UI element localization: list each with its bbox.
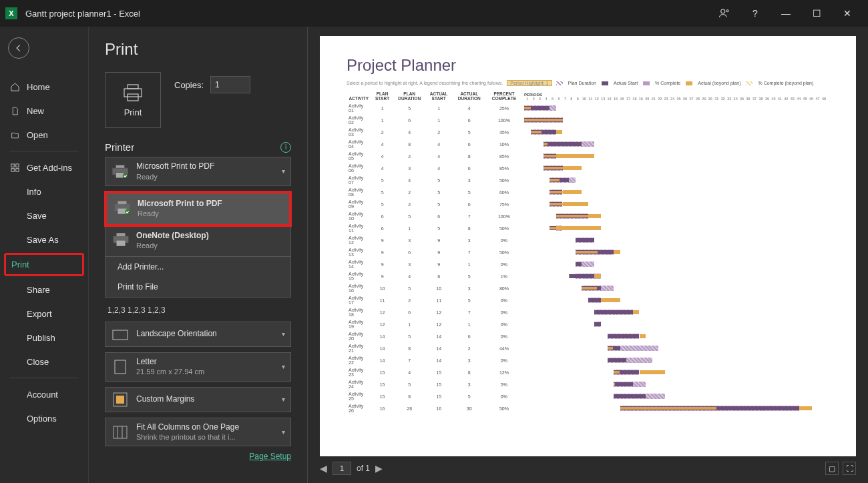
nav-home[interactable]: Home: [0, 75, 88, 99]
page-setup-link[interactable]: Page Setup: [249, 452, 291, 461]
svg-rect-24: [114, 426, 127, 438]
addins-icon: [9, 162, 20, 173]
nav-addins[interactable]: Get Add-ins: [0, 155, 88, 179]
zoom-to-page-button[interactable]: ▢: [825, 462, 839, 475]
printer-option-ms-pdf[interactable]: Microsoft Print to PDFReady: [104, 191, 292, 227]
copies-input[interactable]: [210, 76, 250, 93]
paper-icon: [111, 359, 130, 375]
svg-rect-19: [117, 240, 126, 246]
next-page-button[interactable]: ▶: [375, 463, 383, 474]
excel-app-icon: X: [5, 7, 17, 19]
print-button[interactable]: Print: [105, 72, 161, 128]
nav-export[interactable]: Export: [0, 302, 88, 326]
printer-icon: [114, 201, 131, 217]
gantt-table: ACTIVITYPLAN STARTPLAN DURATIONACTUAL ST…: [347, 90, 829, 414]
svg-rect-6: [128, 85, 138, 89]
nav-close[interactable]: Close: [0, 350, 88, 374]
nav-publish[interactable]: Publish: [0, 326, 88, 350]
printer-menu: Microsoft Print to PDFReady OneNote (Des…: [105, 191, 291, 298]
printer-section-label: Printer i: [105, 141, 291, 153]
svg-rect-14: [118, 201, 127, 204]
printer-icon: [122, 83, 144, 102]
svg-rect-2: [11, 163, 13, 166]
chevron-down-icon: ▾: [282, 167, 285, 175]
titlebar: X Gantt project planner1 - Excel ? — ☐ ✕: [0, 0, 868, 27]
svg-rect-20: [113, 330, 128, 340]
page-number-input[interactable]: [333, 462, 351, 475]
copies-label: Copies:: [174, 80, 204, 90]
chevron-down-icon: ▾: [282, 428, 285, 436]
nav-saveas[interactable]: Save As: [0, 227, 88, 252]
svg-rect-5: [15, 168, 18, 171]
svg-point-0: [721, 9, 725, 13]
window-title: Gantt project planner1 - Excel: [25, 9, 140, 19]
printer-option-onenote[interactable]: OneNote (Desktop)Ready: [105, 225, 290, 256]
zoom-fit-button[interactable]: ⛶: [843, 462, 856, 475]
chevron-down-icon: ▾: [282, 396, 285, 403]
svg-rect-3: [15, 163, 18, 166]
svg-rect-21: [115, 360, 126, 374]
new-icon: [9, 105, 20, 116]
backstage-sidebar: Home New Open Get Add-ins Info Save Save…: [0, 27, 89, 483]
printer-icon: [112, 233, 130, 249]
nav-open[interactable]: Open: [0, 123, 88, 147]
orientation-icon: [111, 326, 130, 342]
open-icon: [9, 129, 20, 140]
svg-rect-8: [128, 94, 138, 101]
back-button[interactable]: [8, 37, 29, 59]
orientation-dropdown[interactable]: Landscape Orientation ▾: [105, 322, 291, 347]
printer-info-icon[interactable]: i: [280, 142, 291, 153]
chevron-down-icon: ▾: [282, 363, 285, 370]
preview-page: Project Planner Select a period to highl…: [320, 36, 856, 456]
margins-dropdown[interactable]: Custom Margins ▾: [105, 387, 291, 412]
chevron-down-icon: ▾: [282, 330, 285, 338]
page-total: of 1: [357, 464, 370, 473]
collated-preview: 1,2,3 1,2,3 1,2,3: [105, 303, 291, 322]
minimize-button[interactable]: —: [771, 0, 801, 27]
print-settings-panel: Print Print Copies: Printer i Microsoft …: [89, 27, 308, 483]
scaling-icon: [111, 424, 130, 440]
scaling-dropdown[interactable]: Fit All Columns on One PageShrink the pr…: [105, 418, 291, 447]
printer-dropdown[interactable]: Microsoft Print to PDFReady ▾: [105, 157, 291, 186]
svg-rect-4: [11, 168, 13, 171]
prev-page-button[interactable]: ◀: [320, 463, 327, 474]
svg-rect-18: [117, 233, 126, 236]
nav-options[interactable]: Options: [0, 406, 88, 430]
svg-rect-7: [124, 89, 142, 97]
svg-rect-10: [116, 165, 125, 168]
page-title: Print: [105, 40, 291, 59]
svg-point-1: [726, 10, 728, 12]
nav-info[interactable]: Info: [0, 179, 88, 203]
print-preview-area: Project Planner Select a period to highl…: [308, 27, 868, 483]
nav-share[interactable]: Share: [0, 278, 88, 302]
svg-rect-23: [116, 396, 124, 404]
preview-doc-title: Project Planner: [347, 56, 829, 75]
add-printer[interactable]: Add Printer...: [105, 257, 290, 277]
page-navigation: ◀ of 1 ▶: [320, 462, 383, 475]
user-account-icon[interactable]: [709, 0, 740, 27]
nav-save[interactable]: Save: [0, 203, 88, 227]
maximize-button[interactable]: ☐: [801, 0, 832, 27]
nav-account[interactable]: Account: [0, 382, 88, 406]
nav-new[interactable]: New: [0, 99, 88, 123]
home-icon: [9, 81, 20, 92]
close-button[interactable]: ✕: [832, 0, 863, 27]
print-to-file[interactable]: Print to File: [105, 277, 290, 297]
nav-print[interactable]: Print: [4, 253, 84, 276]
help-icon[interactable]: ?: [740, 0, 771, 27]
margins-icon: [111, 392, 130, 408]
printer-icon: [111, 163, 130, 179]
paper-dropdown[interactable]: Letter21.59 cm x 27.94 cm ▾: [105, 352, 291, 382]
